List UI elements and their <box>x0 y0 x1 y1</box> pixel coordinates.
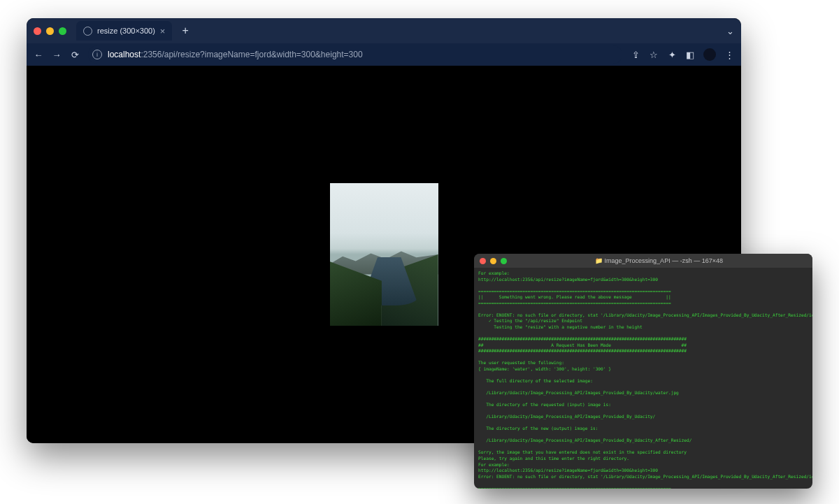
tab-strip: resize (300×300) × + ⌄ <box>27 18 741 43</box>
forward-button[interactable]: → <box>52 50 62 60</box>
window-controls <box>34 27 66 35</box>
reload-button[interactable]: ⟳ <box>70 50 80 60</box>
address-bar[interactable]: i localhost:2356/api/resize?imageName=fj… <box>88 45 622 64</box>
close-window-button[interactable] <box>480 258 486 264</box>
window-icon[interactable]: ◧ <box>685 50 695 60</box>
share-icon[interactable]: ⇪ <box>631 50 640 60</box>
minimize-window-button[interactable] <box>490 258 496 264</box>
kebab-menu-icon[interactable]: ⋮ <box>724 50 734 60</box>
toolbar-right: ⇪ ☆ ✦ ◧ ⋮ <box>631 48 734 61</box>
globe-icon <box>83 27 92 36</box>
maximize-window-button[interactable] <box>59 27 66 35</box>
close-tab-icon[interactable]: × <box>160 27 166 36</box>
minimize-window-button[interactable] <box>46 27 54 35</box>
terminal-title: 📁 Image_Processing_API — -zsh — 167×48 <box>511 257 807 264</box>
resized-image <box>330 183 438 326</box>
site-info-icon[interactable]: i <box>92 50 102 59</box>
browser-tab[interactable]: resize (300×300) × <box>76 21 172 41</box>
new-tab-button[interactable]: + <box>178 24 192 37</box>
extensions-icon[interactable]: ✦ <box>667 50 677 60</box>
terminal-titlebar: 📁 Image_Processing_API — -zsh — 167×48 <box>474 254 812 268</box>
maximize-window-button[interactable] <box>501 258 507 264</box>
close-window-button[interactable] <box>34 27 41 35</box>
back-button[interactable]: ← <box>34 50 43 60</box>
terminal-output[interactable]: For example: http://localhost:2356/api/r… <box>474 268 812 489</box>
tab-title: resize (300×300) <box>97 27 155 35</box>
url-path: :2356/api/resize?imageName=fjord&width=3… <box>141 50 362 59</box>
browser-toolbar: ← → ⟳ i localhost:2356/api/resize?imageN… <box>27 43 741 66</box>
bookmark-star-icon[interactable]: ☆ <box>649 50 659 60</box>
profile-avatar[interactable] <box>703 48 716 61</box>
chevron-down-icon[interactable]: ⌄ <box>726 26 734 36</box>
terminal-window: 📁 Image_Processing_API — -zsh — 167×48 F… <box>474 254 812 489</box>
url-host: localhost <box>108 50 141 59</box>
